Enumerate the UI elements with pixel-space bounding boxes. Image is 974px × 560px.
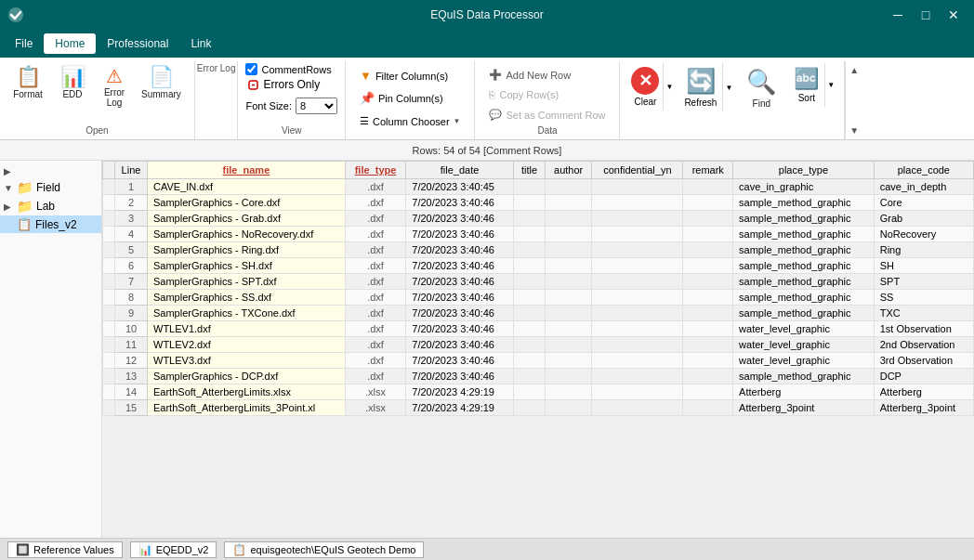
cell-title	[513, 179, 545, 195]
cell-placetype: water_level_graphic	[733, 321, 875, 337]
col-header-confidential[interactable]: confidential_yn	[592, 162, 683, 179]
col-header-remark[interactable]: remark	[683, 162, 733, 179]
table-row[interactable]: 9SamplerGraphics - TXCone.dxf.dxf7/20/20…	[103, 306, 974, 321]
status-tab-eqedd[interactable]: 📊 EQEDD_v2	[130, 541, 217, 558]
table-row[interactable]: 14EarthSoft_AtterbergLimits.xlsx.xlsx7/2…	[103, 384, 974, 400]
sort-main[interactable]: 🔤 Sort	[788, 63, 824, 107]
cell-author	[546, 195, 592, 211]
copy-row-button[interactable]: ⎘ Copy Row(s)	[482, 86, 612, 103]
cell-confidential_yn	[592, 369, 683, 384]
col-header-title[interactable]: title	[513, 162, 545, 179]
cell-filedate: 7/20/2023 4:29:19	[406, 400, 514, 416]
summary-button[interactable]: 📄 Summary	[136, 63, 187, 103]
menu-bar: File Home Professional Link	[0, 30, 974, 58]
refresh-main[interactable]: 🔄 Refresh	[678, 63, 722, 111]
close-button[interactable]: ✕	[941, 5, 967, 25]
cell-filename: SamplerGraphics - Ring.dxf	[148, 242, 346, 258]
table-row[interactable]: 13SamplerGraphics - DCP.dxf.dxf7/20/2023…	[103, 369, 974, 384]
col-header-placecode[interactable]: place_code	[874, 162, 973, 179]
clear-dropdown-arrow[interactable]: ▼	[663, 63, 675, 111]
menu-link[interactable]: Link	[179, 33, 222, 54]
fontsize-row: Font Size: 89101112	[245, 98, 337, 114]
expand-up-button[interactable]: ▲	[849, 65, 859, 75]
col-header-line[interactable]: Line	[115, 162, 148, 179]
status-tab-refvalues[interactable]: 🔲 Reference Values	[7, 541, 123, 558]
table-row[interactable]: 6SamplerGraphics - SH.dxf.dxf7/20/2023 3…	[103, 258, 974, 274]
refresh-label: Refresh	[684, 98, 717, 108]
open-buttons: 📋 Format 📊 EDD ⚠ ErrorLog 📄 Summary	[7, 63, 187, 124]
table-row[interactable]: 11WTLEV2.dxf.dxf7/20/2023 3:40:46water_l…	[103, 337, 974, 353]
menu-professional[interactable]: Professional	[96, 33, 179, 54]
cell-author	[546, 258, 592, 274]
col-header-filedate[interactable]: file_date	[406, 162, 514, 179]
fontsize-label: Font Size:	[245, 100, 292, 111]
table-row[interactable]: 2SamplerGraphics - Core.dxf.dxf7/20/2023…	[103, 195, 974, 211]
sort-dropdown-arrow[interactable]: ▼	[824, 63, 836, 107]
cell-placecode: DCP	[874, 369, 973, 384]
cell-filetype: .dxf	[345, 195, 405, 211]
sidebar-item-field[interactable]: ▼ 📁 Field	[0, 178, 101, 197]
refresh-dropdown-arrow[interactable]: ▼	[722, 63, 734, 111]
row-marker	[103, 400, 115, 416]
col-header-filename[interactable]: file_name	[148, 162, 346, 179]
cell-filedate: 7/20/2023 3:40:46	[406, 337, 514, 353]
cell-confidential_yn	[592, 274, 683, 290]
status-tab-equisgeotech[interactable]: 📋 equisgeotech\EQuIS Geotech Demo	[224, 541, 424, 558]
cell-filedate: 7/20/2023 3:40:46	[406, 211, 514, 227]
row-marker	[103, 321, 115, 337]
table-row[interactable]: 10WTLEV1.dxf.dxf7/20/2023 3:40:46water_l…	[103, 321, 974, 337]
clear-main[interactable]: ✕ Clear	[627, 63, 663, 111]
column-chooser-button[interactable]: ☰ Column Chooser ▼	[353, 112, 467, 130]
commentrows-checkbox[interactable]	[245, 63, 257, 75]
cell-remark	[683, 227, 733, 242]
cell-filename: SamplerGraphics - SPT.dxf	[148, 274, 346, 290]
menu-home[interactable]: Home	[44, 33, 96, 54]
errors-only-group: Errors Only	[247, 78, 337, 91]
table-row[interactable]: 3SamplerGraphics - Grab.dxf.dxf7/20/2023…	[103, 211, 974, 227]
table-row[interactable]: 12WTLEV3.dxf.dxf7/20/2023 3:40:46water_l…	[103, 353, 974, 369]
edd-button[interactable]: 📊 EDD	[52, 63, 93, 103]
col-header-filetype[interactable]: file_type	[345, 162, 405, 179]
minimize-button[interactable]: ─	[885, 5, 911, 25]
copy-row-icon: ⎘	[489, 89, 495, 100]
col-header-author[interactable]: author	[546, 162, 592, 179]
filter-column-button[interactable]: ▼ Filter Column(s)	[353, 66, 467, 85]
cell-author	[546, 321, 592, 337]
menu-file[interactable]: File	[4, 33, 44, 54]
maximize-button[interactable]: □	[913, 5, 939, 25]
summary-icon: 📄	[149, 67, 174, 87]
table-row[interactable]: 1CAVE_IN.dxf.dxf7/20/2023 3:40:45cave_in…	[103, 179, 974, 195]
refvalues-icon: 🔲	[16, 543, 30, 556]
cell-filename: SamplerGraphics - DCP.dxf	[148, 369, 346, 384]
add-new-row-button[interactable]: ➕ Add New Row	[482, 66, 612, 84]
cell-title	[513, 274, 545, 290]
format-button[interactable]: 📋 Format	[7, 63, 48, 103]
sidebar-item-filesv2[interactable]: 📋 Files_v2	[0, 215, 101, 233]
table-row[interactable]: 15EarthSoft_AtterbergLimits_3Point.xl.xl…	[103, 400, 974, 416]
cell-placetype: sample_method_graphic	[733, 195, 875, 211]
row-marker	[103, 227, 115, 242]
expand-down-button[interactable]: ▼	[849, 125, 859, 136]
cell-remark	[683, 384, 733, 400]
errorlog-button[interactable]: ⚠ ErrorLog	[97, 63, 132, 111]
refresh-button[interactable]: 🔄 Refresh ▼	[678, 63, 734, 111]
cell-title	[513, 258, 545, 274]
table-row[interactable]: 5SamplerGraphics - Ring.dxf.dxf7/20/2023…	[103, 242, 974, 258]
cell-line: 13	[115, 369, 148, 384]
cell-filename: SamplerGraphics - TXCone.dxf	[148, 306, 346, 321]
sort-button[interactable]: 🔤 Sort ▼	[788, 63, 836, 107]
find-button[interactable]: 🔍 Find	[738, 63, 784, 113]
fontsize-select[interactable]: 89101112	[296, 98, 337, 114]
commentrows-label: CommentRows	[261, 64, 331, 75]
ribbon-group-view: CommentRows Errors Only Font Size: 89101…	[238, 61, 346, 139]
table-row[interactable]: 4SamplerGraphics - NoRecovery.dxf.dxf7/2…	[103, 227, 974, 242]
col-header-placetype[interactable]: place_type	[733, 162, 875, 179]
table-row[interactable]: 8SamplerGraphics - SS.dxf.dxf7/20/2023 3…	[103, 290, 974, 306]
clear-button[interactable]: ✕ Clear ▼	[627, 63, 675, 111]
data-table: Line file_name file_type file_date title…	[102, 161, 974, 416]
pin-column-button[interactable]: 📌 Pin Column(s)	[353, 88, 467, 108]
table-row[interactable]: 7SamplerGraphics - SPT.dxf.dxf7/20/2023 …	[103, 274, 974, 290]
set-comment-row-button[interactable]: 💬 Set as Comment Row	[482, 106, 612, 124]
sidebar-item-lab[interactable]: ▶ 📁 Lab	[0, 197, 101, 215]
cell-confidential_yn	[592, 179, 683, 195]
